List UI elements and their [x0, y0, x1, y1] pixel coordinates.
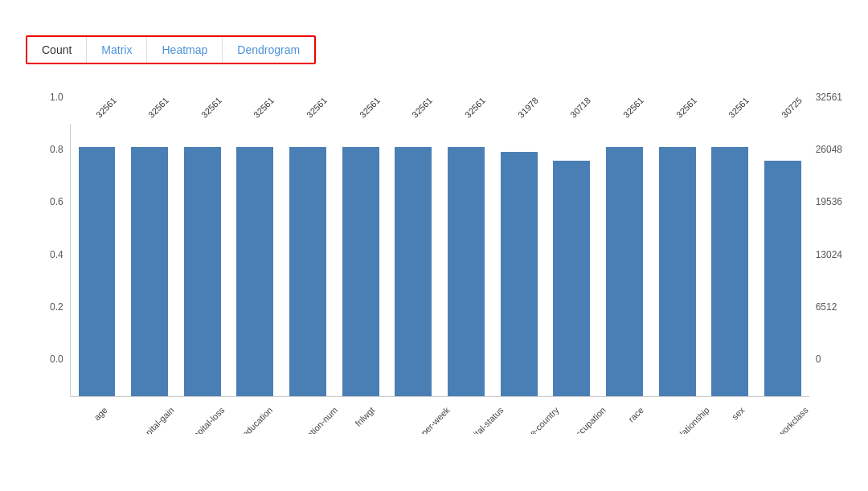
- x-axis-label: marital-status: [461, 405, 505, 434]
- bar: [606, 147, 643, 396]
- bar: [79, 147, 116, 396]
- y-right-label: 6512: [816, 301, 837, 313]
- bar-col: 32561: [651, 124, 704, 396]
- x-label-col: race: [604, 402, 656, 415]
- x-axis-label: fnlwgt: [354, 405, 377, 428]
- bar-col: 32561: [176, 124, 229, 396]
- bar: [184, 147, 221, 396]
- x-label-col: capital-gain: [121, 402, 172, 415]
- bar-col: 32561: [71, 124, 124, 396]
- y-right-label: 19536: [816, 196, 842, 207]
- bar: [289, 147, 326, 396]
- bar: [711, 147, 748, 396]
- bar: [553, 161, 590, 396]
- x-label-col: capital-loss: [172, 402, 223, 415]
- x-axis-label: capital-loss: [188, 405, 226, 434]
- x-axis-labels: agecapital-gaincapital-losseducationeduc…: [70, 402, 809, 415]
- tab-count[interactable]: Count: [27, 37, 87, 63]
- y-right-label: 0: [816, 354, 821, 365]
- x-axis-label: native-country: [514, 405, 560, 434]
- bar-col: 32561: [387, 124, 440, 396]
- y-left-label: 0.4: [50, 249, 63, 260]
- bar-col: 32561: [334, 124, 387, 396]
- x-axis-label: relationship: [672, 405, 710, 434]
- y-left-label: 0.6: [50, 196, 63, 207]
- y-axis-left: 1.00.80.60.40.20.0: [50, 92, 70, 365]
- y-right-label: 26048: [816, 144, 842, 155]
- x-label-col: age: [70, 402, 121, 415]
- x-label-col: native-country: [498, 402, 554, 415]
- chart-inner: 3256132561325613256132561325613256132561…: [70, 92, 809, 415]
- bar-col: 32561: [281, 124, 334, 396]
- y-left-label: 0.0: [50, 354, 63, 365]
- bars-container: 3256132561325613256132561325613256132561…: [70, 124, 809, 397]
- bar-col: 31978: [493, 124, 546, 396]
- y-right-label: 32561: [816, 92, 842, 103]
- bar: [236, 147, 273, 396]
- x-axis-label: education-num: [291, 405, 339, 434]
- y-right-label: 13024: [816, 249, 842, 260]
- x-axis-label: age: [92, 405, 109, 422]
- x-axis-label: hours-per-week: [402, 405, 452, 434]
- bar: [131, 147, 168, 396]
- y-left-label: 0.8: [50, 144, 63, 155]
- bar-col: 32561: [229, 124, 282, 396]
- x-axis-label: occupation: [571, 405, 608, 434]
- y-axis-right: 3256126048195361302465120: [809, 92, 842, 365]
- y-left-label: 0.2: [50, 301, 63, 313]
- bar: [342, 147, 379, 396]
- x-label-col: relationship: [656, 402, 707, 415]
- x-axis-label: sex: [730, 405, 747, 422]
- tab-dendrogram[interactable]: Dendrogram: [223, 37, 314, 63]
- x-axis-label: education: [240, 405, 274, 434]
- y-left-label: 1.0: [50, 92, 63, 103]
- tab-heatmap[interactable]: Heatmap: [147, 37, 223, 63]
- bar-col: 32561: [440, 124, 493, 396]
- x-label-col: fnlwgt: [333, 402, 384, 415]
- bar-col: 32561: [598, 124, 651, 396]
- x-label-col: education-num: [274, 402, 333, 415]
- bar: [764, 161, 801, 396]
- bar: [659, 147, 696, 396]
- tabs-container: Count Matrix Heatmap Dendrogram: [26, 35, 316, 64]
- bar-col: 30725: [756, 124, 809, 396]
- x-label-col: marital-status: [445, 402, 498, 415]
- x-axis-label: workclass: [776, 405, 810, 434]
- x-axis-label: capital-gain: [137, 405, 175, 434]
- x-label-col: workclass: [758, 402, 809, 415]
- tab-matrix[interactable]: Matrix: [87, 37, 147, 63]
- bar-col: 32561: [123, 124, 176, 396]
- x-label-col: hours-per-week: [383, 402, 444, 415]
- chart-area: 1.00.80.60.40.20.0 325613256132561325613…: [26, 84, 842, 415]
- x-label-col: sex: [707, 402, 759, 415]
- bar-col: 32561: [703, 124, 756, 396]
- bar: [501, 152, 538, 396]
- x-axis-label: race: [627, 405, 646, 424]
- x-label-col: education: [223, 402, 274, 415]
- bar-col: 30718: [545, 124, 598, 396]
- bar: [448, 147, 485, 396]
- bar: [395, 147, 432, 396]
- x-label-col: occupation: [554, 402, 605, 415]
